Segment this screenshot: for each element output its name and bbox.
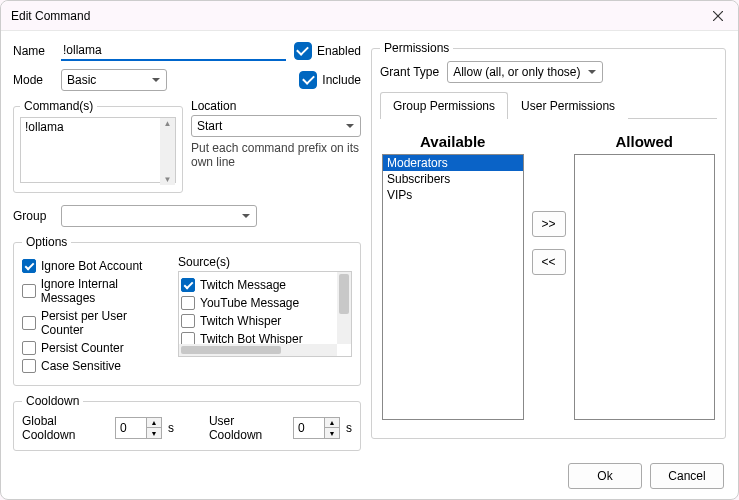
global-cooldown-label: Global Cooldown: [22, 414, 109, 442]
source-twitch-msg-checkbox[interactable]: [181, 278, 195, 292]
tab-group-permissions[interactable]: Group Permissions: [380, 92, 508, 119]
name-input[interactable]: [61, 41, 286, 61]
ignore-internal-checkbox[interactable]: [22, 284, 36, 298]
move-right-button[interactable]: >>: [532, 211, 566, 237]
spin-down-icon[interactable]: ▼: [325, 428, 339, 438]
sources-label: Source(s): [178, 255, 352, 269]
include-checkbox[interactable]: [299, 71, 317, 89]
location-hint: Put each command prefix on its own line: [191, 141, 361, 170]
close-icon[interactable]: [708, 6, 728, 26]
spin-up-icon[interactable]: ▲: [147, 418, 161, 428]
ignore-bot-label: Ignore Bot Account: [41, 259, 142, 273]
source-twitch-whisper-checkbox[interactable]: [181, 314, 195, 328]
available-list[interactable]: Moderators Subscribers VIPs: [382, 154, 524, 420]
case-sensitive-checkbox[interactable]: [22, 359, 36, 373]
list-item[interactable]: VIPs: [383, 187, 523, 203]
allowed-header: Allowed: [574, 133, 716, 150]
case-sensitive-label: Case Sensitive: [41, 359, 121, 373]
allowed-list[interactable]: [574, 154, 716, 420]
user-cooldown-input[interactable]: ▲▼: [293, 417, 340, 439]
cooldown-legend: Cooldown: [22, 394, 83, 408]
spin-down-icon[interactable]: ▼: [147, 428, 161, 438]
grant-type-select[interactable]: Allow (all, or only those): [447, 61, 603, 83]
location-select[interactable]: Start: [191, 115, 361, 137]
name-label: Name: [13, 44, 53, 58]
commands-legend: Command(s): [20, 99, 97, 113]
options-legend: Options: [22, 235, 71, 249]
group-select[interactable]: [61, 205, 257, 227]
tab-user-permissions[interactable]: User Permissions: [508, 92, 628, 119]
ignore-bot-checkbox[interactable]: [22, 259, 36, 273]
cancel-button[interactable]: Cancel: [650, 463, 724, 489]
persist-user-checkbox[interactable]: [22, 316, 36, 330]
commands-input[interactable]: [20, 117, 176, 183]
persist-counter-checkbox[interactable]: [22, 341, 36, 355]
permissions-legend: Permissions: [380, 41, 453, 55]
persist-user-label: Persist per User Counter: [41, 309, 172, 337]
global-cooldown-input[interactable]: ▲▼: [115, 417, 162, 439]
enabled-label: Enabled: [317, 44, 361, 58]
mode-select[interactable]: Basic: [61, 69, 167, 91]
spin-up-icon[interactable]: ▲: [325, 418, 339, 428]
location-label: Location: [191, 99, 361, 113]
mode-label: Mode: [13, 73, 53, 87]
dialog-title: Edit Command: [11, 9, 90, 23]
source-youtube-msg-checkbox[interactable]: [181, 296, 195, 310]
list-item[interactable]: Moderators: [383, 155, 523, 171]
commands-scrollbar[interactable]: ▲▼: [160, 118, 175, 185]
include-label: Include: [322, 73, 361, 87]
sources-scrollbar-h[interactable]: [179, 344, 337, 356]
user-cooldown-label: User Cooldown: [209, 414, 287, 442]
enabled-checkbox[interactable]: [294, 42, 312, 60]
list-item[interactable]: Subscribers: [383, 171, 523, 187]
move-left-button[interactable]: <<: [532, 249, 566, 275]
persist-counter-label: Persist Counter: [41, 341, 124, 355]
available-header: Available: [382, 133, 524, 150]
ignore-internal-label: Ignore Internal Messages: [41, 277, 172, 305]
sources-list[interactable]: Twitch Message YouTube Message Twitch Wh…: [178, 271, 352, 357]
grant-type-label: Grant Type: [380, 65, 439, 79]
ok-button[interactable]: Ok: [568, 463, 642, 489]
sources-scrollbar-v[interactable]: [337, 272, 351, 344]
group-label: Group: [13, 209, 53, 223]
